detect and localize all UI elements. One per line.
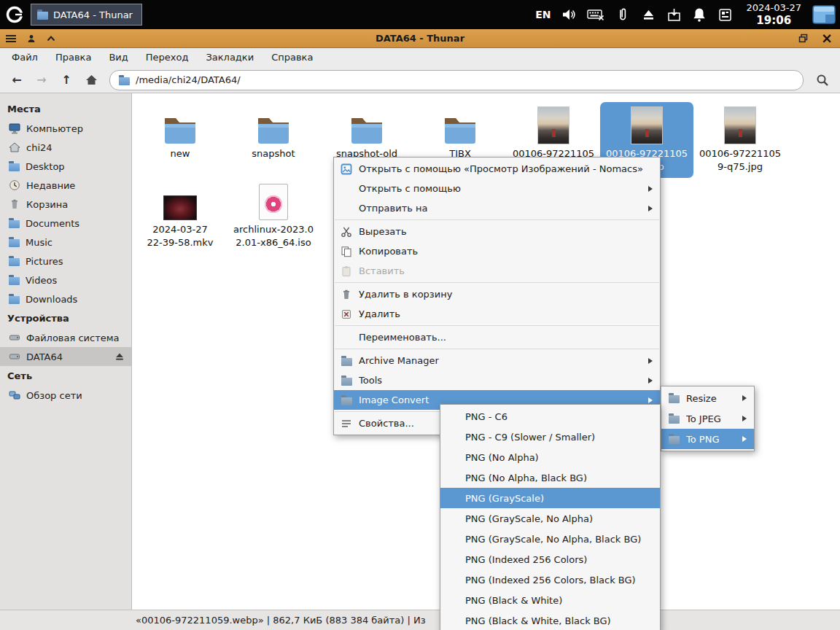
menu-item-cut[interactable]: Вырезать xyxy=(334,222,660,241)
folder-icon xyxy=(443,104,478,144)
menu-help[interactable]: Справка xyxy=(262,48,322,67)
menu-item-png-black-white[interactable]: PNG (Black & White) xyxy=(440,590,660,610)
sidebar-item-trash[interactable]: Корзина xyxy=(0,195,131,214)
window-menu-icon[interactable] xyxy=(6,34,16,43)
software-update-icon[interactable] xyxy=(666,4,681,25)
sidebar-item-data64[interactable]: DATA64 xyxy=(0,347,131,366)
close-button[interactable]: × xyxy=(821,31,833,45)
taskbar-window-button[interactable]: DATA64 - Thunar xyxy=(31,4,142,26)
file-item-new[interactable]: new xyxy=(133,102,227,178)
up-button[interactable]: ↑ xyxy=(55,70,77,90)
show-desktop-icon[interactable] xyxy=(812,4,836,25)
delete-icon xyxy=(340,308,353,320)
menu-item-open-with[interactable]: Открыть с помощью xyxy=(334,179,660,198)
file-label: 9-q75.jpg xyxy=(699,160,781,174)
menu-item-png-c6[interactable]: PNG - C6 xyxy=(440,406,660,427)
menu-item-send-to[interactable]: Отправить на xyxy=(334,198,660,218)
submenu-arrow-icon xyxy=(742,436,747,442)
sidebar-item-documents[interactable]: Documents xyxy=(0,214,131,233)
menu-item-delete[interactable]: Удалить xyxy=(334,304,660,324)
menu-file[interactable]: Файл xyxy=(3,48,47,67)
context-menu: Открыть с помощью «Просмотр Изображений … xyxy=(333,157,661,435)
menu-bookmarks[interactable]: Закладки xyxy=(197,48,262,67)
menu-item-resize[interactable]: Resize xyxy=(661,388,754,408)
image-thumbnail xyxy=(724,104,756,144)
sidebar-item-computer[interactable]: Компьютер xyxy=(0,119,131,138)
sidebar-item-home[interactable]: chi24 xyxy=(0,138,131,157)
window-title: DATA64 - Thunar xyxy=(0,33,840,44)
notification-bell-icon[interactable] xyxy=(692,4,707,25)
sidebar-item-recent[interactable]: Недавние xyxy=(0,176,131,195)
restore-button[interactable] xyxy=(798,34,808,43)
search-button[interactable] xyxy=(811,70,834,90)
menubar: Файл Правка Вид Переход Закладки Справка xyxy=(0,48,840,67)
menu-item-png-no-alpha[interactable]: PNG (No Alpha) xyxy=(440,447,660,467)
clock-time: 19:06 xyxy=(746,14,801,28)
keyboard-layout-indicator[interactable]: EN xyxy=(535,4,551,25)
keyboard-icon[interactable] xyxy=(587,4,604,25)
clipboard-paperclip-icon[interactable] xyxy=(615,4,630,25)
file-item-snapshot[interactable]: snapshot xyxy=(227,102,320,178)
file-item-image-q75[interactable]: 00106-97221105 9-q75.jpg xyxy=(693,102,787,178)
menu-separator xyxy=(335,349,659,349)
file-label: archlinux-2023.0 xyxy=(233,223,314,236)
sidebar-item-downloads[interactable]: Downloads xyxy=(0,289,131,308)
back-button[interactable]: ← xyxy=(6,70,28,90)
menu-item-tools[interactable]: Tools xyxy=(334,370,660,390)
shade-window-icon[interactable] xyxy=(47,35,55,42)
sidebar-item-network-browse[interactable]: Обзор сети xyxy=(0,386,131,405)
menu-item-png-grayscale-no-alpha[interactable]: PNG (GrayScale, No Alpha) xyxy=(440,508,660,529)
image-thumbnail xyxy=(631,104,663,144)
file-label: 22-39-58.mkv xyxy=(147,236,213,249)
menu-view[interactable]: Вид xyxy=(100,48,136,67)
submenu-arrow-icon xyxy=(648,186,653,192)
sidebar-item-music[interactable]: Music xyxy=(0,233,131,252)
properties-icon xyxy=(340,418,353,429)
distro-logo-icon[interactable] xyxy=(4,4,25,25)
menu-item-to-png[interactable]: To PNG xyxy=(661,429,754,449)
home-button[interactable] xyxy=(80,70,102,90)
file-item-video[interactable]: 2024-03-27 22-39-58.mkv xyxy=(133,178,227,254)
menu-item-archive-manager[interactable]: Archive Manager xyxy=(334,351,660,370)
menu-go[interactable]: Переход xyxy=(137,48,198,67)
sidebar-item-filesystem[interactable]: Файловая система xyxy=(0,328,131,347)
submenu-arrow-icon xyxy=(648,397,653,403)
drive-icon xyxy=(9,332,20,343)
menu-edit[interactable]: Правка xyxy=(47,48,100,67)
folder-icon xyxy=(669,416,680,424)
file-label: snapshot xyxy=(252,147,295,160)
menu-item-png-indexed-256-black-bg[interactable]: PNG (Indexed 256 Colors, Black BG) xyxy=(440,569,660,590)
volume-icon[interactable] xyxy=(561,4,576,25)
folder-icon xyxy=(9,163,20,171)
path-bar[interactable]: /media/chi24/DATA64/ xyxy=(109,70,804,90)
copy-icon xyxy=(340,246,353,257)
forward-button[interactable]: → xyxy=(31,70,52,90)
sidebar-item-videos[interactable]: Videos xyxy=(0,271,131,289)
menu-item-copy[interactable]: Копировать xyxy=(334,241,660,261)
folder-icon xyxy=(119,77,130,85)
menu-item-png-no-alpha-black-bg[interactable]: PNG (No Alpha, Black BG) xyxy=(440,467,660,488)
menu-item-move-to-trash[interactable]: Удалить в корзину xyxy=(334,284,660,304)
eject-icon[interactable] xyxy=(641,4,656,25)
sidebar-header-places: Места xyxy=(0,99,131,119)
eject-icon[interactable] xyxy=(115,352,124,361)
menu-item-png-black-white-black-bg[interactable]: PNG (Black & White, Black BG) xyxy=(440,610,660,630)
titlebar: DATA64 - Thunar × xyxy=(0,29,840,48)
menu-item-png-indexed-256[interactable]: PNG (Indexed 256 Colors) xyxy=(440,549,660,569)
paste-icon xyxy=(340,265,353,277)
sidebar-item-pictures[interactable]: Pictures xyxy=(0,252,131,271)
menu-item-rename[interactable]: Переименовать... xyxy=(334,327,660,347)
menu-item-png-grayscale-no-alpha-black-bg[interactable]: PNG (GrayScale, No Alpha, Black BG) xyxy=(440,529,660,549)
submenu-arrow-icon xyxy=(742,416,747,421)
menu-item-paste[interactable]: Вставить xyxy=(334,261,660,281)
menu-item-png-grayscale[interactable]: PNG (GrayScale) xyxy=(440,488,660,508)
folder-icon xyxy=(669,436,680,444)
tray-app-icon[interactable] xyxy=(718,4,732,25)
menu-item-to-jpeg[interactable]: To JPEG xyxy=(661,408,754,429)
sidebar-item-desktop[interactable]: Desktop xyxy=(0,157,131,176)
sticky-window-icon[interactable] xyxy=(27,34,36,43)
file-item-iso[interactable]: archlinux-2023.0 2.01-x86_64.iso xyxy=(227,178,320,254)
menu-item-open-with-nomacs[interactable]: Открыть с помощью «Просмотр Изображений … xyxy=(334,159,660,179)
clock[interactable]: 2024-03-27 19:06 xyxy=(746,2,801,28)
menu-item-png-c9[interactable]: PNG - C9 (Slower / Smaller) xyxy=(440,427,660,447)
